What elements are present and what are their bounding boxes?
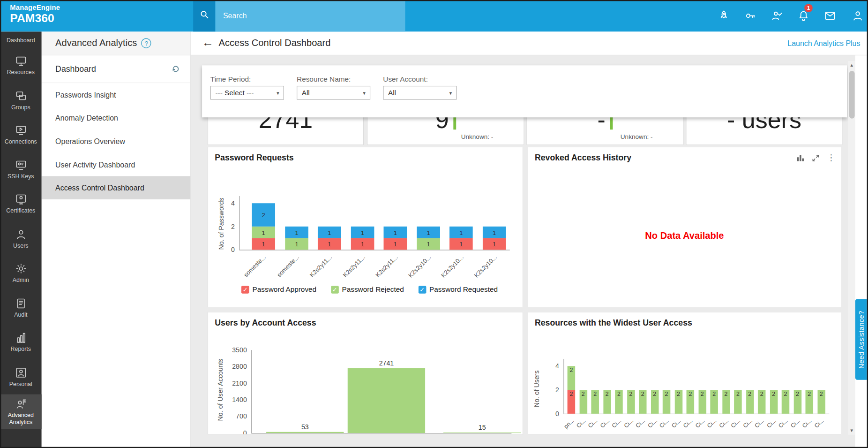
card-title: Resources with the Widest User Access [535, 318, 692, 327]
refresh-icon[interactable] [171, 64, 180, 76]
legend-label: Password Requested [429, 285, 498, 294]
bar-value-label: 2 [617, 390, 621, 397]
panel-item-anomaly-detection[interactable]: Anomaly Detection [42, 106, 191, 130]
resource-name-select[interactable]: All▼ [297, 86, 370, 100]
time-period-select[interactable]: --- Select ---▼ [210, 86, 284, 100]
bar-segment: 1 [252, 227, 275, 238]
app-logo[interactable]: ManageEngine PAM360 [10, 4, 60, 25]
y-tick-label: 2800 [225, 363, 247, 371]
sidebar-item-label: Groups [10, 104, 31, 111]
bar-value-label: 1 [427, 241, 430, 247]
main-sidebar: DashboardResourcesGroupsConnectionsSSH K… [0, 31, 42, 448]
chart-legend: ✓Password Approved✓Password Rejected✓Pas… [241, 285, 498, 294]
legend-checkbox[interactable]: ✓ [331, 286, 339, 294]
y-tick-label: 4 [537, 362, 559, 370]
back-arrow-icon[interactable]: ← [202, 36, 214, 49]
sidebar-item-groups[interactable]: Groups [0, 83, 42, 117]
bar-value-label: 53 [283, 423, 327, 431]
search-button[interactable] [193, 0, 215, 31]
expand-icon[interactable] [812, 154, 819, 161]
sidebar-item-advanced-analytics[interactable]: Advanced Analytics [0, 395, 42, 429]
panel-title: Advanced Analytics [55, 38, 137, 49]
x-tick-label: Ci... [801, 417, 813, 429]
notifications-icon[interactable]: 1 [795, 0, 811, 31]
user-account-select[interactable]: All▼ [383, 86, 456, 100]
legend-checkbox[interactable]: ✓ [241, 286, 249, 294]
users-by-account-card: Users by Account Access No. of User Acco… [208, 312, 523, 435]
y-tick-label: 2 [537, 386, 559, 394]
account-icon[interactable] [849, 0, 866, 31]
x-tick-label: K2s2y10... [473, 254, 498, 279]
bar-value-label: 1 [361, 229, 364, 235]
sidebar-item-label: Connections [3, 138, 38, 145]
scroll-down-arrow[interactable]: ▼ [848, 426, 855, 435]
y-tick-label: 700 [225, 412, 247, 420]
bar-value-label: 1 [328, 229, 331, 235]
top-bar: ManageEngine PAM360 1 [0, 0, 868, 31]
bar-segment: 2 [252, 203, 275, 227]
sidebar-item-reports[interactable]: Reports [0, 325, 42, 360]
bar-value-label: 2 [262, 212, 265, 218]
legend-item-password-approved[interactable]: ✓Password Approved [241, 285, 316, 294]
bar-value-label: 1 [394, 229, 397, 235]
vertical-scrollbar[interactable]: ▲ ▼ [848, 61, 855, 435]
bar-value-label: 2 [712, 390, 716, 397]
sidebar-item-users[interactable]: Users [0, 221, 42, 256]
bar-segment: 2 [651, 390, 658, 414]
sidebar-item-label: Dashboard [6, 37, 36, 44]
bar-value-label: 1 [328, 241, 331, 247]
scroll-up-arrow[interactable]: ▲ [848, 61, 855, 69]
bar-segment: 1 [417, 238, 440, 250]
panel-item-operations-overview[interactable]: Operations Overview [42, 129, 191, 153]
selected-value: All [302, 89, 310, 97]
search-icon [199, 9, 210, 22]
x-tick-label: pn... [562, 417, 575, 430]
certificates-icon [15, 194, 27, 206]
sidebar-item-dashboard[interactable]: Dashboard [0, 31, 42, 48]
sidebar-item-admin[interactable]: Admin [0, 256, 42, 290]
bar-segment: 2 [793, 390, 801, 414]
sidebar-item-label: Personal [8, 380, 33, 387]
sidebar-item-label: Advanced Analytics [0, 411, 42, 425]
launch-analytics-plus-link[interactable]: Launch Analytics Plus [787, 39, 860, 48]
key-icon[interactable] [742, 0, 758, 31]
panel-item-passwords-insight[interactable]: Passwords Insight [42, 83, 191, 106]
search-input[interactable] [215, 11, 390, 21]
x-tick-label: Ci... [682, 417, 694, 429]
sidebar-item-resources[interactable]: Resources [0, 48, 42, 83]
bar-value-label: 2 [736, 390, 740, 397]
sidebar-item-certificates[interactable]: Certificates [0, 187, 42, 221]
sidebar-item-personal[interactable]: Personal [0, 360, 42, 395]
x-tick-label: K2s2y10... [407, 254, 432, 279]
help-icon[interactable]: ? [142, 38, 151, 48]
bar-segment: 2 [591, 390, 599, 414]
bar-value-label: 2 [748, 390, 751, 397]
bar-segment: 2 [568, 366, 576, 390]
bar-value-label: 2 [772, 390, 775, 397]
analytics-panel: Advanced Analytics ? Dashboard Passwords… [42, 31, 191, 448]
mail-icon[interactable] [822, 0, 838, 31]
scrollbar-thumb[interactable] [849, 71, 854, 119]
legend-item-password-requested[interactable]: ✓Password Requested [418, 285, 498, 294]
more-options-icon[interactable]: ⋮ [827, 154, 836, 162]
x-tick-label: K2s2y10... [440, 254, 464, 279]
panel-item-user-activity-dashboard[interactable]: User Activity Dashboard [42, 153, 191, 176]
legend-item-password-rejected[interactable]: ✓Password Rejected [331, 285, 404, 294]
bar-segment: 2 [698, 390, 706, 414]
bar-value-label: 2 [701, 390, 704, 397]
panel-dashboard-item[interactable]: Dashboard [42, 55, 191, 83]
bar-segment: 2 [687, 390, 695, 414]
y-tick-label: 3500 [225, 346, 247, 354]
bar-segment: 2 [568, 390, 576, 414]
sidebar-item-ssh-keys[interactable]: SSH Keys [0, 152, 42, 187]
chart-type-icon[interactable] [797, 154, 805, 162]
sidebar-item-audit[interactable]: Audit [0, 290, 42, 325]
user-session-icon[interactable] [768, 0, 785, 31]
need-assistance-tab[interactable]: Need Assistance? [855, 299, 867, 380]
launch-icon[interactable] [715, 0, 732, 31]
bar-value-label: 2 [725, 390, 728, 397]
panel-dashboard-label: Dashboard [55, 64, 96, 74]
panel-item-access-control-dashboard[interactable]: Access Control Dashboard [42, 176, 191, 199]
sidebar-item-connections[interactable]: Connections [0, 117, 42, 152]
legend-checkbox[interactable]: ✓ [418, 286, 426, 294]
